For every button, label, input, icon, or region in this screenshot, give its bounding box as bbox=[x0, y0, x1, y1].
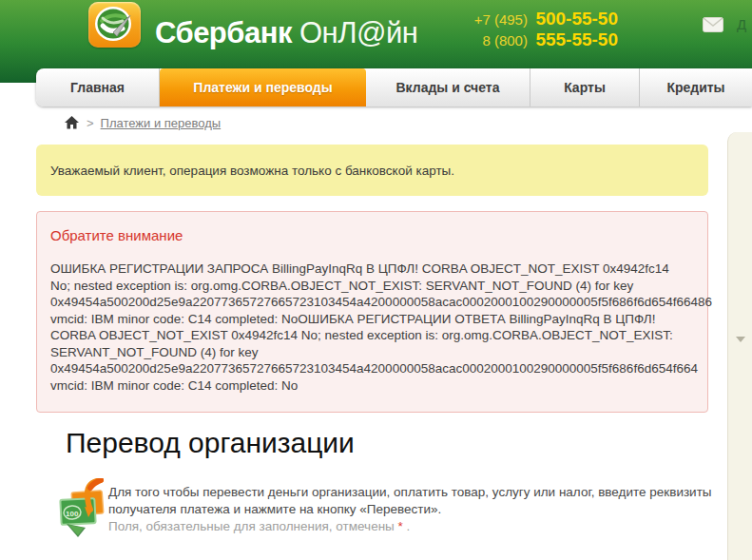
right-side-panel bbox=[727, 132, 752, 560]
banknote-label: 100 bbox=[66, 510, 79, 518]
description-line-1: Для того чтобы перевести деньги организа… bbox=[108, 484, 712, 501]
phone2-number: 555-55-50 bbox=[535, 29, 618, 49]
tab-kredity[interactable]: Кредиты bbox=[640, 68, 752, 106]
notice-banner: Уважаемый клиент, операция возможна толь… bbox=[36, 145, 708, 196]
mail-link-label[interactable]: Д bbox=[737, 16, 746, 32]
error-line: vmcid: IBM minor code: C14 completed: No bbox=[50, 377, 707, 395]
error-line: ОШИБКА РЕГИСТРАЦИИ ЗАПРОСА BillingPayInq… bbox=[50, 261, 707, 278]
required-period: . bbox=[403, 519, 411, 533]
error-box: Обратите внимание ОШИБКА РЕГИСТРАЦИИ ЗАП… bbox=[36, 211, 708, 413]
brand-title: СбербанкОнЛ@йн bbox=[155, 15, 417, 51]
breadcrumb: > Платежи и переводы bbox=[65, 114, 221, 131]
brand-light: ОнЛ@йн bbox=[299, 16, 417, 49]
section-description: Для того чтобы перевести деньги организа… bbox=[108, 484, 712, 535]
sberbank-logo-graphic bbox=[88, 2, 141, 48]
error-line: 0x49454a500200d25e9a22077365727665723103… bbox=[50, 294, 707, 311]
sberbank-logo-icon[interactable] bbox=[88, 2, 141, 48]
mail-icon[interactable] bbox=[703, 17, 723, 32]
home-icon[interactable] bbox=[65, 116, 79, 129]
breadcrumb-link-platezhi[interactable]: Платежи и переводы bbox=[101, 116, 222, 130]
chevron-down-icon[interactable] bbox=[736, 337, 745, 342]
page: СбербанкОнЛ@йн +7 (495) 500-55-50 8 (800… bbox=[0, 0, 752, 560]
tab-glavnaya[interactable]: Главная bbox=[36, 68, 160, 106]
error-line: CORBA OBJECT_NOT_EXIST 0x4942fc14 No; ne… bbox=[50, 327, 707, 344]
phone-numbers: +7 (495) 500-55-50 8 (800) 555-55-50 bbox=[409, 9, 618, 50]
page-title: Перевод организации bbox=[66, 427, 355, 459]
brand-bold: Сбербанк bbox=[155, 16, 292, 49]
error-line: 0x49454a500200d25e9a22077365727665723103… bbox=[50, 360, 707, 377]
required-fields-note: Поля, обязательные для заполнения, отмеч… bbox=[108, 518, 712, 535]
breadcrumb-separator: > bbox=[87, 116, 94, 130]
tab-karty[interactable]: Карты bbox=[530, 68, 640, 106]
tab-platezhi-i-perevody[interactable]: Платежи и переводы bbox=[160, 68, 366, 106]
required-note-text: Поля, обязательные для заполнения, отмеч… bbox=[108, 519, 398, 533]
phone-row-1: +7 (495) 500-55-50 bbox=[409, 9, 618, 29]
phone2-prefix: 8 (800) bbox=[482, 32, 528, 48]
error-text: ОШИБКА РЕГИСТРАЦИИ ЗАПРОСА BillingPayInq… bbox=[50, 261, 707, 394]
phone1-number: 500-55-50 bbox=[535, 9, 618, 29]
money-transfer-icon: 100 bbox=[59, 478, 105, 545]
error-line: SERVANT_NOT_FOUND (4) for key bbox=[50, 344, 707, 361]
description-line-2: получателя платежа и нажмите на кнопку «… bbox=[108, 501, 712, 518]
error-line: vmcid: IBM minor code: C14 completed: No… bbox=[50, 311, 707, 328]
error-title: Обратите внимание bbox=[50, 227, 707, 243]
phone-row-2: 8 (800) 555-55-50 bbox=[409, 29, 618, 50]
error-line: No; nested exception is: org.omg.CORBA.O… bbox=[50, 278, 707, 295]
tab-vklady-i-scheta[interactable]: Вклады и счета bbox=[366, 68, 530, 106]
phone1-prefix: +7 (495) bbox=[474, 11, 528, 28]
main-navigation: Главная Платежи и переводы Вклады и счет… bbox=[36, 68, 752, 106]
notice-text: Уважаемый клиент, операция возможна толь… bbox=[50, 164, 454, 178]
